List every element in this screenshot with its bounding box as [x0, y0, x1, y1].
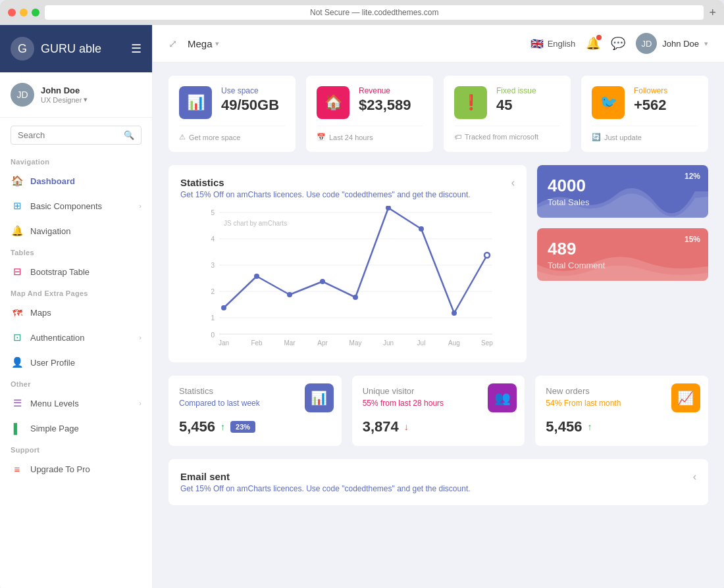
components-icon: ⊞ [11, 199, 24, 212]
up-arrow-icon: ↑ [587, 422, 592, 432]
sidebar-item-authentication[interactable]: ⊡ Authentication › [0, 325, 152, 350]
collapse-icon[interactable]: ⤢ [168, 37, 177, 50]
browser-chrome: Not Secure — lite.codedthemes.com + [0, 0, 724, 25]
stats-card-value: 5,456 ↑ 23% [179, 418, 331, 435]
chevron-right-icon: › [139, 202, 142, 210]
email-amcharts-link[interactable]: amCharts [237, 484, 271, 493]
followers-footer: 🔄 Just update [592, 126, 698, 141]
orders-card-value: 5,456 ↑ [546, 418, 698, 435]
use-space-value: 49/50GB [221, 97, 279, 114]
user-chevron-icon: ▾ [704, 39, 708, 48]
content-area: 📊 Use space 49/50GB ⚠ Get more space 🏠 [153, 62, 724, 588]
notification-bell[interactable]: 🔔 [586, 36, 600, 51]
sidebar-item-notifications[interactable]: 🔔 Navigation [0, 218, 152, 243]
fixed-issue-value: 45 [496, 97, 536, 114]
svg-text:Jun: Jun [383, 339, 394, 347]
window-controls [8, 9, 39, 16]
svg-point-20 [452, 310, 457, 316]
sidebar-item-menu-levels[interactable]: ☰ Menu Levels › [0, 391, 152, 416]
search-box: 🔍 [11, 126, 142, 145]
sidebar-item-label: Maps [30, 308, 51, 318]
email-card-title: Email sent [180, 471, 471, 482]
chart-collapse-icon[interactable]: ‹ [511, 177, 515, 189]
chevron-down-icon: ▾ [215, 39, 219, 48]
down-arrow-icon: ↓ [404, 422, 409, 432]
sidebar-item-upgrade[interactable]: ≡ Upgrade To Pro [0, 456, 152, 481]
svg-point-13 [221, 305, 226, 310]
sidebar-item-basic-components[interactable]: ⊞ Basic Components › [0, 193, 152, 218]
svg-text:Feb: Feb [251, 339, 263, 347]
chart-area: 5 4 3 2 1 0 JS chart by amCharts [180, 206, 515, 351]
fixed-issue-label: Fixed issue [496, 86, 536, 95]
notifications-icon: 🔔 [11, 224, 24, 237]
svg-text:2: 2 [211, 288, 215, 295]
svg-point-16 [320, 279, 325, 284]
sidebar-item-maps[interactable]: 🗺 Maps [0, 300, 152, 325]
svg-text:Aug: Aug [448, 339, 460, 347]
sidebar-item-bootstrap-table[interactable]: ⊟ Bootstrap Table [0, 259, 152, 284]
up-arrow-icon: ↑ [220, 422, 225, 432]
new-orders-card: 📈 New orders 54% From last month 5,456 ↑ [535, 376, 708, 446]
email-card-subtitle: Get 15% Off on amCharts licences. Use co… [180, 484, 471, 493]
language-selector[interactable]: 🇬🇧 English [530, 37, 576, 50]
tables-section-label: Tables [0, 243, 152, 259]
sidebar-item-label: Authentication [30, 333, 84, 343]
search-input[interactable] [18, 130, 118, 140]
minimize-button[interactable] [20, 9, 28, 16]
new-tab-button[interactable]: + [709, 6, 716, 20]
main-grid: Statistics Get 15% Off on amCharts licen… [168, 165, 708, 362]
sidebar-item-label: User Profile [30, 358, 75, 368]
followers-icon: 🐦 [592, 86, 625, 119]
sidebar-user: JD John Doe UX Designer ▾ [0, 72, 152, 118]
maximize-button[interactable] [32, 9, 39, 16]
user-role: UX Designer ▾ [41, 95, 142, 104]
stat-card-use-space: 📊 Use space 49/50GB ⚠ Get more space [168, 76, 296, 152]
revenue-icon: 🏠 [317, 86, 349, 119]
mega-menu[interactable]: Mega ▾ [188, 38, 219, 49]
table-icon: ⊟ [11, 265, 24, 278]
email-collapse-icon[interactable]: ‹ [693, 471, 696, 483]
statistics-chart-card: Statistics Get 15% Off on amCharts licen… [168, 165, 527, 362]
other-section-label: Other [0, 375, 152, 391]
topbar-username: John Doe [662, 39, 699, 49]
maps-icon: 🗺 [11, 306, 24, 319]
svg-text:Sep: Sep [481, 339, 493, 347]
email-card-header: Email sent Get 15% Off on amCharts licen… [180, 471, 696, 493]
chevron-right-icon: › [139, 333, 142, 341]
sidebar-item-dashboard[interactable]: 🏠 Dashboard [0, 168, 152, 193]
message-icon[interactable]: 💬 [611, 36, 625, 51]
chevron-right-icon: › [139, 399, 142, 407]
dashboard-icon: 🏠 [11, 174, 24, 187]
svg-point-21 [484, 253, 490, 258]
svg-text:4: 4 [211, 235, 215, 243]
close-button[interactable] [8, 9, 16, 16]
followers-label: Followers [634, 86, 667, 95]
hamburger-menu[interactable]: ☰ [131, 41, 142, 56]
sidebar-item-label: Basic Components [30, 201, 102, 211]
sidebar-item-label: Simple Page [30, 424, 79, 433]
sidebar-item-user-profile[interactable]: 👤 User Profile [0, 350, 152, 375]
svg-text:Apr: Apr [317, 339, 328, 347]
unique-visitor-card: 👥 Unique visitor 55% from last 28 hours … [352, 376, 525, 446]
stat-card-revenue: 🏠 Revenue $23,589 📅 Last 24 hours [306, 76, 433, 152]
svg-text:JS chart by amCharts: JS chart by amCharts [224, 220, 287, 227]
stat-cards: 📊 Use space 49/50GB ⚠ Get more space 🏠 [168, 76, 708, 152]
url-bar[interactable]: Not Secure — lite.codedthemes.com [45, 5, 704, 20]
revenue-footer: 📅 Last 24 hours [317, 126, 423, 141]
app-container: G GURU able ☰ JD John Doe UX Designer ▾ … [0, 25, 724, 588]
logo-icon: G [11, 37, 34, 61]
chart-subtitle: Get 15% Off on amCharts licences. Use co… [180, 190, 471, 199]
amcharts-link[interactable]: amCharts [237, 190, 271, 199]
revenue-value: $23,589 [359, 97, 411, 114]
user-info: John Doe UX Designer ▾ [41, 86, 142, 104]
svg-text:Jul: Jul [417, 339, 426, 347]
sidebar-item-label: Upgrade To Pro [30, 464, 90, 474]
topbar-avatar: JD [636, 33, 657, 54]
stat-card-followers: 🐦 Followers +562 🔄 Just update [581, 76, 708, 152]
user-menu[interactable]: JD John Doe ▾ [636, 33, 708, 54]
sidebar-item-label: Navigation [30, 226, 70, 236]
sidebar-item-simple-page[interactable]: ▌ Simple Page [0, 416, 152, 441]
svg-text:Mar: Mar [284, 339, 296, 347]
sidebar-item-label: Menu Levels [30, 399, 79, 408]
revenue-label: Revenue [359, 86, 411, 95]
